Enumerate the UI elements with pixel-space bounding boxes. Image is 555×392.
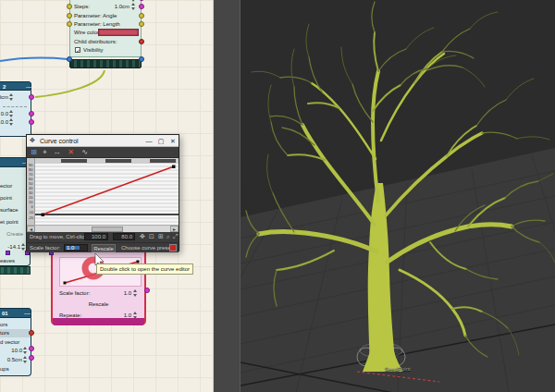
connector-dot-red[interactable]	[139, 39, 144, 44]
node-mid-output-strip[interactable]	[0, 266, 31, 275]
spinner-icon[interactable]	[23, 347, 28, 354]
connector-dot-red[interactable]	[29, 330, 34, 336]
node-left-header[interactable]: 2 —	[0, 81, 31, 91]
mid-row-label: et point	[0, 219, 18, 225]
connector-dot-yellow[interactable]	[67, 21, 72, 27]
pan-icon[interactable]: ✥	[140, 233, 145, 240]
frame-selection-icon[interactable]: ⊞	[158, 233, 164, 240]
hint-text: Drag to move, Ctrl-click	[30, 234, 87, 239]
spinner-icon[interactable]	[9, 110, 14, 117]
spinner-icon[interactable]	[131, 3, 136, 10]
curve-graph[interactable]: 90 80 70 60 50 40 30 20 10 0 -10 -20	[27, 158, 179, 225]
left-node-value-3[interactable]: 10.0	[0, 119, 8, 125]
delete-point-icon[interactable]: ✕	[66, 148, 76, 157]
viewport-scene	[240, 0, 555, 392]
scale-factor-label: Scale factor:	[59, 290, 90, 296]
connector-square-purple[interactable]	[6, 251, 10, 255]
curve-line	[43, 166, 174, 214]
node-output-strip[interactable]	[69, 59, 142, 68]
node-bottom-title: 01	[2, 311, 8, 316]
connector-dot-magenta[interactable]	[144, 288, 150, 293]
y-tick: -20	[28, 215, 33, 220]
window-title: Curve control	[40, 138, 79, 144]
bottom-row-label: tors	[0, 330, 9, 336]
tooltip: Double click to open the curve editor	[96, 263, 193, 275]
spinner-icon[interactable]	[9, 118, 14, 126]
select-point-icon[interactable]: ⌖	[40, 148, 50, 157]
scale-factor-value[interactable]: 1.0	[124, 290, 131, 296]
connector-dot-yellow[interactable]	[67, 13, 72, 18]
curve-statusbar: Drag to move, Ctrl-click 100.0 80.0 ✥ ⊡ …	[27, 232, 179, 242]
wire-color-label: Wire color:	[74, 30, 101, 35]
node-distributor[interactable]: 10.0 Steps: 1.0cm Parameter: Angle Param…	[69, 0, 142, 69]
left-node-value-2[interactable]: 0.0	[1, 111, 8, 116]
rescale-button[interactable]: Rescale	[53, 301, 144, 307]
maximize-button[interactable]: ▢	[155, 136, 166, 146]
horizontal-scrollbar[interactable]: ◂ ▸	[27, 225, 179, 232]
scroll-right-icon[interactable]: ▸	[170, 226, 179, 232]
connector-dot-magenta[interactable]	[139, 4, 144, 9]
curve-handle[interactable]	[42, 214, 45, 217]
point-y-field[interactable]: 80.0	[113, 233, 135, 240]
connector-dot-blue[interactable]	[67, 56, 72, 62]
curve-handle[interactable]	[172, 165, 176, 169]
connector-dot-magenta[interactable]	[29, 94, 34, 100]
preset-label: Choose curve preset:	[121, 245, 174, 251]
y-tick: 0	[31, 204, 33, 209]
child-distributors-label: Child distributors:	[74, 39, 117, 44]
frame-all-icon[interactable]: ⊡	[149, 233, 154, 240]
mid-row-label: surface	[0, 207, 18, 213]
steps-value[interactable]: 1.0cm	[115, 4, 130, 9]
node-row-partial-value[interactable]: 10.0	[118, 0, 130, 1]
minimize-button[interactable]: —	[143, 136, 154, 146]
curve-scale-row: Scale factor: 1.0 Rescale Choose curve p…	[27, 242, 179, 252]
connector-dot-yellow[interactable]	[67, 4, 72, 9]
node-footer-strip	[53, 318, 144, 325]
close-button[interactable]: ✕	[167, 136, 179, 146]
node-bottom-header[interactable]: 01 —	[0, 308, 31, 318]
create-label: Create	[6, 231, 23, 237]
param-angle-label: Parameter: Angle	[74, 13, 117, 18]
3d-viewport[interactable]: SeedPoint	[240, 0, 555, 392]
bottom-node-value-2[interactable]: 0.5cm	[0, 357, 22, 362]
grid-snap-icon[interactable]: ⊞	[29, 148, 39, 157]
bottom-row-label: ors	[0, 322, 7, 327]
connector-dot-yellow[interactable]	[139, 21, 144, 27]
collapse-icon[interactable]: —	[26, 84, 32, 90]
node-distributor-body: 10.0 Steps: 1.0cm Parameter: Angle Param…	[69, 0, 142, 57]
spinner-icon[interactable]	[133, 289, 138, 297]
node-editor-panel[interactable]: 10.0 Steps: 1.0cm Parameter: Angle Param…	[0, 0, 214, 392]
curve-preset-swatch[interactable]	[169, 244, 177, 251]
spinner-icon[interactable]	[23, 356, 28, 363]
disabled-row	[3, 106, 27, 107]
scroll-left-icon[interactable]: ◂	[27, 226, 35, 232]
zoom-icon[interactable]: ⌕	[166, 233, 170, 240]
wire-blue	[0, 58, 68, 61]
move-point-icon[interactable]: ↔	[52, 148, 62, 157]
spinner-icon[interactable]	[131, 0, 136, 2]
node-curve-selected[interactable]: Scale factor: 1.0 Rescale Repeate: 1.0	[51, 248, 146, 325]
scale-factor-field[interactable]: 1.0	[64, 244, 88, 251]
collapse-icon[interactable]: —	[24, 311, 31, 316]
point-x-field[interactable]: 100.0	[84, 233, 108, 240]
connector-dot-magenta[interactable]	[29, 346, 34, 351]
curve-preset-icon[interactable]: ∿	[80, 148, 90, 157]
curve-plot-area[interactable]	[35, 164, 179, 225]
connector-dot-magenta[interactable]	[29, 119, 34, 125]
visibility-checkbox[interactable]	[75, 47, 80, 53]
connector-dot-blue[interactable]	[139, 56, 144, 62]
rescale-button[interactable]: Rescale	[92, 244, 116, 252]
connector-dot-yellow[interactable]	[139, 13, 144, 18]
wire-color-swatch[interactable]	[98, 29, 139, 36]
mid-node-value[interactable]: -14.1	[0, 244, 20, 250]
connector-dot-magenta[interactable]	[29, 355, 34, 361]
connector-dot-magenta[interactable]	[29, 111, 34, 116]
spinner-icon[interactable]	[9, 93, 14, 101]
zoom-region-icon[interactable]: ⤢	[173, 233, 179, 240]
left-node-value-1[interactable]: 1.0cm	[0, 94, 8, 100]
bottom-node-value-1[interactable]: 10.0	[0, 348, 22, 353]
window-titlebar[interactable]: ✥ Curve control — ▢ ✕	[27, 135, 179, 147]
object-name-label[interactable]: SeedPoint	[385, 366, 411, 372]
panel-divider[interactable]	[214, 0, 240, 392]
curve-control-window[interactable]: ✥ Curve control — ▢ ✕ ⊞ ⌖ ↔ ✕ ∿ 90 80 70…	[26, 134, 179, 251]
